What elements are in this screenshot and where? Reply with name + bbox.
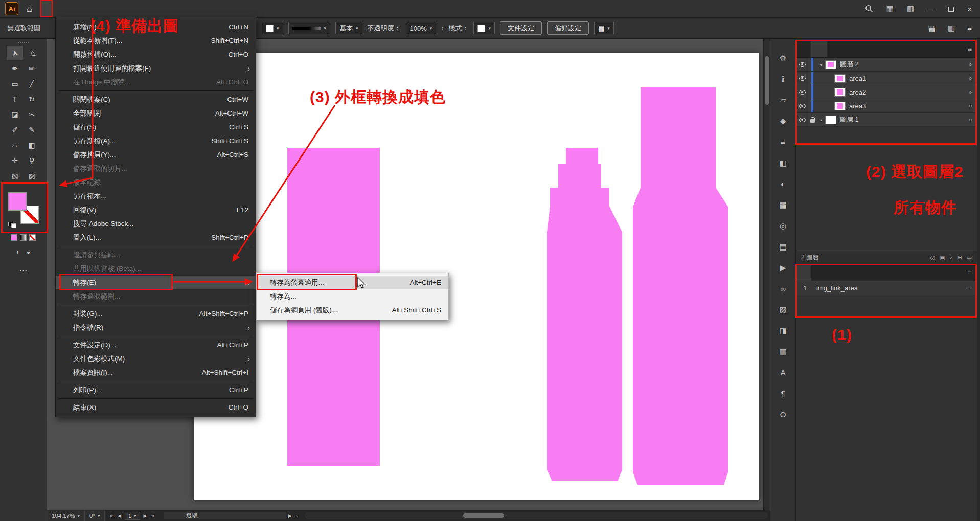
area1[interactable]: area1 ○ bbox=[796, 72, 977, 85]
file-menu-item[interactable]: 搜尋 Adobe Stock... bbox=[56, 217, 256, 231]
transform-icon[interactable]: ▱ bbox=[774, 92, 792, 108]
target-circle-icon[interactable]: ○ bbox=[964, 75, 977, 81]
vertical-scrollbar-thumb[interactable] bbox=[765, 56, 769, 105]
rectangle-tool[interactable]: ▭ bbox=[7, 76, 23, 91]
pen-tool[interactable]: ✒ bbox=[7, 61, 23, 76]
file-menu-item[interactable]: 回復(V) F12 bbox=[56, 203, 256, 217]
visibility-toggle[interactable] bbox=[796, 85, 809, 99]
layer-name[interactable]: area2 bbox=[849, 88, 964, 96]
vertical-scrollbar[interactable] bbox=[763, 39, 770, 510]
stroke-width-dropdown[interactable]: ▾ bbox=[288, 22, 331, 34]
file-menu-item[interactable]: 儲存選取的切片... bbox=[56, 162, 256, 175]
file-menu-item[interactable]: 文件設定(D)... Alt+Ctrl+P bbox=[56, 338, 256, 352]
toolbar-grip[interactable] bbox=[18, 42, 29, 44]
mini-none-swatch[interactable] bbox=[29, 234, 36, 241]
current-artboard-dropdown[interactable]: 1▾ bbox=[125, 512, 140, 520]
zoom-tool[interactable]: ⚲ bbox=[24, 153, 40, 168]
fill-swatch[interactable] bbox=[8, 192, 27, 211]
layer-thumbnail[interactable] bbox=[825, 116, 836, 124]
visibility-toggle[interactable] bbox=[796, 99, 809, 112]
gradient-tool[interactable]: ◧ bbox=[24, 138, 40, 152]
direct-selection-tool[interactable]: ▷ bbox=[24, 46, 40, 60]
lock-icon[interactable] bbox=[810, 119, 815, 123]
actions-icon[interactable]: ▶ bbox=[774, 260, 792, 276]
last-artboard-icon[interactable]: ⇥ bbox=[151, 513, 155, 518]
layer-name[interactable]: area1 bbox=[849, 75, 964, 82]
align-options-dropdown[interactable]: ▦▾ bbox=[594, 22, 614, 34]
swatches-icon[interactable]: ▦ bbox=[774, 197, 792, 213]
draw-behind-mode-icon[interactable]: ◒ bbox=[27, 248, 31, 256]
layer-name[interactable]: 圖層 1 bbox=[840, 115, 964, 124]
edit-toolbar-icon[interactable]: … bbox=[0, 264, 47, 273]
workspace-switcher-icon[interactable]: ▦ bbox=[886, 4, 894, 13]
layer-thumbnail[interactable] bbox=[834, 74, 846, 83]
tab-asset-export[interactable] bbox=[811, 264, 827, 281]
status-collapse-icon[interactable]: ‹ bbox=[294, 513, 300, 518]
next-artboard-icon[interactable]: ▶ bbox=[144, 513, 147, 518]
menu-file[interactable] bbox=[40, 0, 53, 17]
default-fill-stroke-icon[interactable] bbox=[8, 222, 16, 228]
opacity-dropdown[interactable]: 100%▾ bbox=[406, 22, 437, 34]
document-setup-button[interactable]: 文件設定 bbox=[500, 21, 542, 35]
curvature-tool[interactable]: ✏ bbox=[24, 61, 40, 76]
file-menu-item[interactable]: 儲存(S) Ctrl+S bbox=[56, 120, 256, 134]
visibility-toggle[interactable] bbox=[796, 113, 809, 126]
file-menu-item[interactable]: 儲存拷貝(Y)... Alt+Ctrl+S bbox=[56, 148, 256, 162]
minimize-button[interactable]: — bbox=[927, 5, 935, 13]
submenu-item[interactable]: 轉存為螢幕適用... Alt+Ctrl+E bbox=[257, 276, 448, 289]
panel-options-icon[interactable]: ≡ bbox=[967, 24, 972, 33]
area3[interactable]: area3 ○ bbox=[796, 99, 977, 113]
new-sublayer-icon[interactable]: ▹ bbox=[950, 254, 953, 261]
expand-chevron-icon[interactable]: › bbox=[817, 117, 825, 123]
file-menu-item[interactable]: 邀請參與編輯... bbox=[56, 248, 256, 262]
style-swatch-dropdown[interactable]: ▾ bbox=[473, 22, 495, 34]
arrange-documents-icon[interactable]: ▥ bbox=[907, 4, 914, 13]
file-menu-item[interactable]: 共用以供審核 (Beta)... bbox=[56, 262, 256, 276]
preferences-button[interactable]: 偏好設定 bbox=[547, 21, 589, 35]
panel-menu-icon[interactable]: ≡ bbox=[968, 268, 977, 277]
file-menu-item[interactable]: 封裝(G)... Alt+Shift+Ctrl+P bbox=[56, 307, 256, 321]
panel-menu-icon[interactable]: ≡ bbox=[968, 45, 977, 53]
columns-view-icon[interactable]: ▥ bbox=[948, 24, 955, 33]
draw-normal-mode-icon[interactable]: ◐ bbox=[16, 248, 20, 256]
submenu-item[interactable]: 轉存為... bbox=[257, 289, 448, 303]
file-menu-item[interactable]: 關閉檔案(C) Ctrl+W bbox=[56, 93, 256, 106]
search-icon[interactable] bbox=[865, 5, 873, 13]
layer-thumbnail[interactable] bbox=[834, 88, 846, 97]
mini-color-swatch[interactable] bbox=[11, 234, 17, 241]
line-segment-tool[interactable]: ╱ bbox=[24, 76, 40, 91]
layer-name[interactable]: area3 bbox=[849, 102, 964, 110]
maximize-button[interactable] bbox=[948, 5, 954, 13]
properties-gear-icon[interactable]: ⚙ bbox=[774, 50, 792, 66]
paragraph-icon[interactable]: ¶ bbox=[774, 386, 792, 401]
tab-layers[interactable] bbox=[811, 41, 827, 57]
file-menu-item[interactable]: 轉存(E) › bbox=[56, 276, 256, 289]
links-icon[interactable]: ∞ bbox=[774, 281, 792, 297]
info-icon[interactable]: ℹ bbox=[774, 71, 792, 87]
magenta-bottle-small[interactable] bbox=[547, 148, 622, 481]
asset-export-icon[interactable]: ◨ bbox=[774, 323, 792, 338]
eraser-tool[interactable]: ◪ bbox=[7, 107, 23, 122]
close-button[interactable]: × bbox=[967, 5, 972, 13]
visibility-toggle[interactable] bbox=[796, 72, 809, 85]
file-menu-item[interactable]: 打開最近使用過的檔案(F) › bbox=[56, 61, 256, 75]
tab-libraries[interactable] bbox=[827, 41, 842, 57]
menu-help[interactable] bbox=[139, 0, 151, 17]
file-menu-item[interactable]: 新增(N)... Ctrl+N bbox=[56, 20, 256, 34]
file-menu-item[interactable]: 轉存選取範圍... bbox=[56, 289, 256, 303]
type-tool[interactable]: T bbox=[7, 92, 23, 106]
file-menu-item[interactable]: 結束(X) Ctrl+Q bbox=[56, 400, 256, 414]
rotate-tool[interactable]: ↻ bbox=[24, 92, 40, 106]
hand-tool[interactable]: ✛ bbox=[7, 153, 23, 168]
menu-effect[interactable] bbox=[102, 0, 114, 17]
expand-chevron-icon[interactable]: ▾ bbox=[817, 62, 825, 67]
first-artboard-icon[interactable]: ⇤ bbox=[110, 513, 114, 518]
file-menu-item[interactable]: 從範本新增(T)... Shift+Ctrl+N bbox=[56, 34, 256, 48]
file-menu-item[interactable]: 在 Bridge 中瀏覽... Alt+Ctrl+O bbox=[56, 75, 256, 89]
opacity-expand-icon[interactable]: › bbox=[441, 25, 443, 32]
file-menu-item[interactable]: 置入(L)... Shift+Ctrl+P bbox=[56, 231, 256, 244]
shaper-tool[interactable]: ▱ bbox=[7, 138, 23, 152]
home-icon[interactable]: ⌂ bbox=[27, 4, 32, 14]
layer-name[interactable]: 圖層 2 bbox=[840, 60, 964, 69]
file-menu-item[interactable]: 另存範本... bbox=[56, 189, 256, 203]
